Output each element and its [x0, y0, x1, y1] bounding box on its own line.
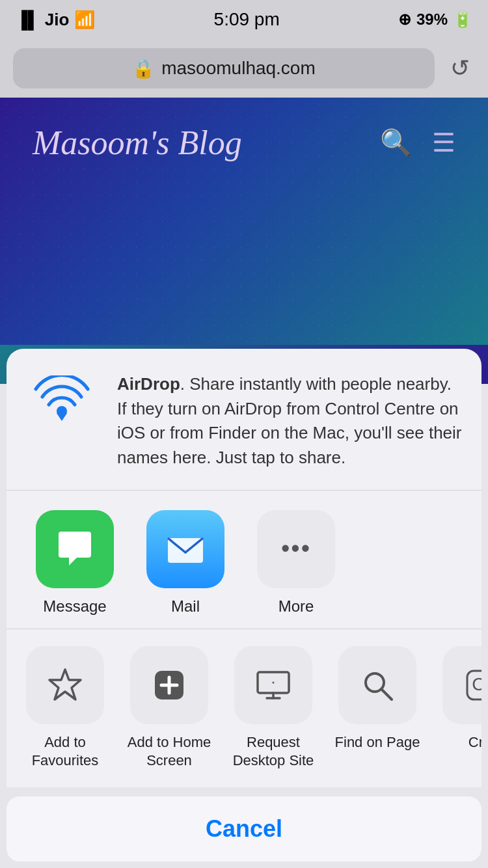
- find-page-icon-container: [338, 646, 416, 724]
- lock-icon: 🔒: [132, 58, 155, 79]
- message-app-icon: [36, 510, 114, 588]
- carrier-label: Jio: [45, 10, 70, 30]
- svg-point-10: [273, 681, 275, 683]
- airdrop-title: AirDrop: [117, 374, 180, 394]
- cancel-button[interactable]: Cancel: [7, 796, 481, 861]
- desktop-site-icon-container: [234, 646, 312, 724]
- cancel-section: Cancel: [7, 796, 481, 861]
- svg-text:Cr: Cr: [472, 674, 481, 694]
- airdrop-icon: [29, 375, 94, 441]
- svg-marker-1: [57, 413, 67, 421]
- svg-marker-3: [49, 670, 81, 699]
- url-text: masoomulhaq.com: [161, 58, 316, 79]
- status-left: ▐▌ Jio 📶: [16, 10, 95, 30]
- apps-row: Message Mail ••• More: [7, 491, 481, 629]
- svg-line-12: [381, 689, 392, 699]
- address-bar: 🔒 masoomulhaq.com ↺: [0, 39, 488, 98]
- action-more[interactable]: Cr Cr...: [429, 646, 481, 752]
- desktop-site-label: Request Desktop Site: [221, 733, 325, 770]
- website-background: Masoom's Blog 🔍 ☰: [0, 98, 488, 345]
- status-bar: ▐▌ Jio 📶 5:09 pm ⊕ 39% 🔋: [0, 0, 488, 39]
- wifi-icon: 📶: [74, 10, 95, 30]
- more-action-label: Cr...: [468, 733, 481, 752]
- status-time: 5:09 pm: [214, 9, 280, 30]
- add-favourites-icon-container: [26, 646, 104, 724]
- url-bar[interactable]: 🔒 masoomulhaq.com: [13, 48, 435, 88]
- app-item-mail[interactable]: Mail: [130, 510, 241, 616]
- app-item-message[interactable]: Message: [20, 510, 130, 616]
- add-home-label: Add to Home Screen: [117, 733, 221, 770]
- blog-title: Masoom's Blog: [33, 124, 242, 162]
- blog-header: Masoom's Blog 🔍 ☰: [0, 98, 488, 188]
- app-item-more[interactable]: ••• More: [241, 510, 351, 616]
- battery-label: 39%: [416, 10, 448, 29]
- more-app-icon: •••: [257, 510, 335, 588]
- more-dots: •••: [281, 535, 311, 563]
- add-favourites-label: Add to Favourites: [13, 733, 117, 770]
- message-label: Message: [43, 597, 106, 616]
- share-sheet: AirDrop. Share instantly with people nea…: [0, 349, 488, 868]
- battery-icon: 🔋: [453, 10, 472, 29]
- action-add-home[interactable]: Add to Home Screen: [117, 646, 221, 770]
- airdrop-section: AirDrop. Share instantly with people nea…: [7, 349, 481, 491]
- reload-button[interactable]: ↺: [445, 49, 475, 87]
- airdrop-description: AirDrop. Share instantly with people nea…: [117, 372, 462, 470]
- add-home-icon-container: [130, 646, 208, 724]
- status-right: ⊕ 39% 🔋: [398, 10, 472, 29]
- more-label: More: [278, 597, 314, 616]
- more-action-icon-container: Cr: [442, 646, 481, 724]
- action-find-page[interactable]: Find on Page: [325, 646, 429, 752]
- blog-nav-icons: 🔍 ☰: [380, 128, 455, 158]
- signal-icon: ▐▌: [16, 10, 40, 30]
- action-desktop-site[interactable]: Request Desktop Site: [221, 646, 325, 770]
- mail-app-icon: [146, 510, 224, 588]
- menu-icon[interactable]: ☰: [432, 128, 455, 158]
- actions-row: Add to Favourites Add to Home Screen: [7, 629, 481, 787]
- search-icon[interactable]: 🔍: [380, 128, 413, 158]
- action-add-favourites[interactable]: Add to Favourites: [13, 646, 117, 770]
- find-page-label: Find on Page: [335, 733, 420, 752]
- mail-label: Mail: [171, 597, 200, 616]
- airdrop-icon-container: [26, 372, 98, 444]
- screen-time-icon: ⊕: [398, 10, 411, 29]
